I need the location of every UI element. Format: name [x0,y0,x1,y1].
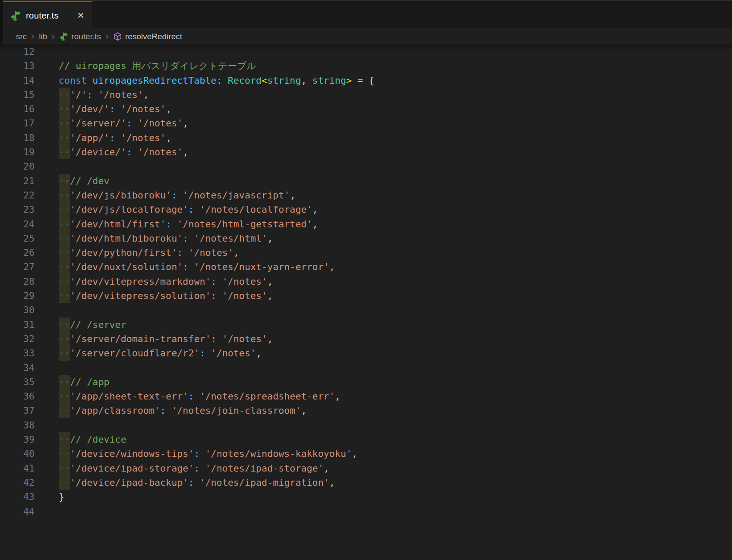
code-line[interactable]: 14const uiropagesRedirectTable: Record<s… [0,73,732,88]
code-line-content: ··'/dev/': '/notes', [59,102,171,116]
code-line[interactable]: 36··'/app/sheet-text-err': '/notes/sprea… [0,389,732,403]
code-line[interactable]: 23··'/dev/js/localforage': '/notes/local… [0,202,732,217]
line-number[interactable]: 14 [0,73,35,88]
code-line[interactable]: 41··'/device/ipad-storage': '/notes/ipad… [0,461,732,475]
indent-whitespace: ·· [59,245,70,260]
code-line[interactable]: 39··// /device [0,432,732,447]
line-number[interactable]: 16 [0,102,35,116]
code-line[interactable]: 40··'/device/windows-tips': '/notes/wind… [0,447,732,461]
code-line[interactable]: 34 [0,361,732,375]
code-line[interactable]: 24··'/dev/html/first': '/notes/html-gets… [0,217,732,231]
line-number[interactable]: 43 [0,490,35,504]
line-number[interactable]: 39 [0,432,35,447]
line-number[interactable]: 21 [0,174,35,188]
code-line[interactable]: 33··'/server/cloudflare/r2': '/notes', [0,346,732,360]
line-number[interactable]: 30 [0,303,35,317]
token-keyword: const [59,73,92,88]
token-colon: : [217,73,228,88]
indent-whitespace: ·· [59,432,70,447]
code-line[interactable]: 37··'/app/classroom': '/notes/join-class… [0,403,732,418]
line-number[interactable]: 15 [0,88,35,102]
code-line[interactable]: 20 [0,159,732,173]
code-line[interactable]: 22··'/dev/js/biboroku': '/notes/javascri… [0,188,732,202]
line-number[interactable]: 18 [0,131,35,145]
code-area[interactable]: 1213// uiropages 用パスリダイレクトテーブル14const ui… [0,44,732,560]
line-number[interactable]: 33 [0,346,35,360]
token-colon: : [126,145,138,159]
code-line-content: const uiropagesRedirectTable: Record<str… [59,73,374,88]
line-number[interactable]: 22 [0,188,35,202]
code-line-content [59,159,59,173]
token-string: '/notes' [211,346,256,360]
breadcrumb-item-lib[interactable]: lib [39,32,47,41]
code-line[interactable]: 17··'/server/': '/notes', [0,116,732,130]
close-icon[interactable]: ✕ [75,10,86,21]
line-number[interactable]: 23 [0,202,35,217]
code-line[interactable]: 26··'/dev/python/first': '/notes', [0,245,732,260]
line-number[interactable]: 28 [0,274,35,289]
code-line[interactable]: 31··// /server [0,318,732,332]
line-number[interactable]: 37 [0,403,35,418]
code-line[interactable]: 29··'/dev/vitepress/solution': '/notes', [0,289,732,303]
code-line[interactable]: 18··'/app/': '/notes', [0,131,732,145]
indent-whitespace: ·· [59,389,70,403]
line-number[interactable]: 31 [0,318,35,332]
token-string: '/device/windows-tips' [70,447,194,461]
code-line[interactable]: 32··'/server/domain-transfer': '/notes', [0,332,732,346]
code-line[interactable]: 16··'/dev/': '/notes', [0,102,732,116]
code-line[interactable]: 25··'/dev/html/biboroku': '/notes/html', [0,231,732,245]
line-number[interactable]: 44 [0,504,35,519]
code-line[interactable]: 35··// /app [0,375,732,389]
code-line[interactable]: 30 [0,303,732,317]
line-number[interactable]: 41 [0,461,35,475]
code-line[interactable]: 44 [0,504,732,519]
token-string: '/notes/join-classroom' [171,403,301,418]
line-number[interactable]: 27 [0,260,35,274]
indent-whitespace: ·· [59,475,70,490]
line-number[interactable]: 38 [0,418,35,432]
code-line-content: ··'/dev/html/biboroku': '/notes/html', [59,231,273,245]
line-number[interactable]: 40 [0,447,35,461]
routing-file-icon [59,32,68,41]
token-punct: , [267,274,273,289]
token-bracket: } [59,490,64,504]
token-punct: , [324,461,329,475]
chevron-right-icon [31,33,35,40]
token-punct: , [233,245,239,260]
token-punct: , [335,389,341,403]
line-number[interactable]: 36 [0,389,35,403]
code-line[interactable]: 27··'/dev/nuxt/solution': '/notes/nuxt-y… [0,260,732,274]
code-line[interactable]: 42··'/device/ipad-backup': '/notes/ipad-… [0,475,732,490]
token-bracket: { [369,73,374,88]
code-line[interactable]: 15··'/': '/notes', [0,88,732,102]
token-punct: , [352,447,357,461]
tab-router-ts[interactable]: router.ts ✕ [3,1,92,28]
line-number[interactable]: 26 [0,245,35,260]
code-line[interactable]: 12 [0,44,732,59]
code-line[interactable]: 21··// /dev [0,174,732,188]
code-line[interactable]: 13// uiropages 用パスリダイレクトテーブル [0,59,732,73]
line-number[interactable]: 32 [0,332,35,346]
code-line[interactable]: 19··'/device/': '/notes', [0,145,732,159]
token-string: '/device/ipad-storage' [70,461,194,475]
line-number[interactable]: 20 [0,159,35,173]
line-number[interactable]: 12 [0,44,35,59]
token-comment: // /dev [70,174,109,188]
line-number[interactable]: 24 [0,217,35,231]
code-line[interactable]: 28··'/dev/vitepress/markdown': '/notes', [0,274,732,289]
line-number[interactable]: 35 [0,375,35,389]
code-line-content: ··'/dev/python/first': '/notes', [59,245,239,260]
breadcrumb-item-router-ts[interactable]: router.ts [59,32,101,41]
line-number[interactable]: 13 [0,59,35,73]
breadcrumb-item-src[interactable]: src [16,32,27,41]
code-line[interactable]: 38 [0,418,732,432]
line-number[interactable]: 19 [0,145,35,159]
line-number[interactable]: 25 [0,231,35,245]
token-punct: , [312,202,318,217]
line-number[interactable]: 42 [0,475,35,490]
breadcrumb-item-resolveRedirect[interactable]: resolveRedirect [113,32,182,41]
line-number[interactable]: 17 [0,116,35,130]
line-number[interactable]: 34 [0,361,35,375]
line-number[interactable]: 29 [0,289,35,303]
code-line[interactable]: 43} [0,490,732,504]
